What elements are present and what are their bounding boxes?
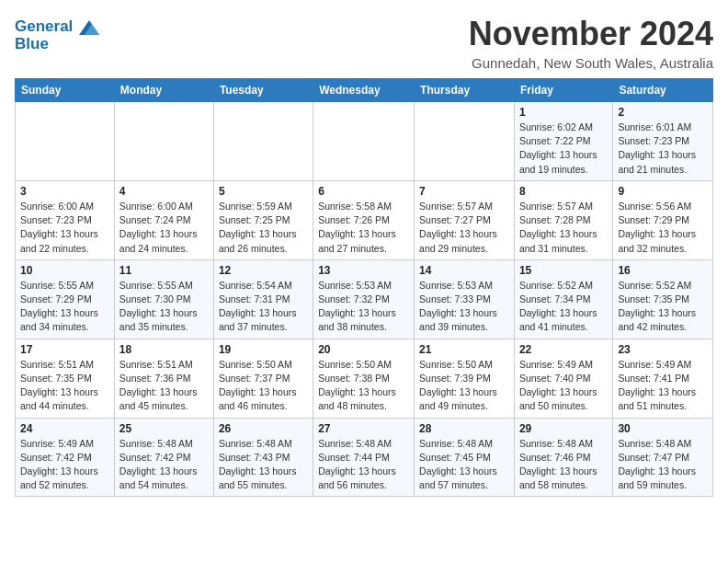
weekday-header-monday: Monday [114,79,213,102]
calendar-cell: 27Sunrise: 5:48 AM Sunset: 7:44 PM Dayli… [313,418,415,497]
day-number: 9 [618,185,708,198]
calendar-cell [16,102,115,181]
weekday-header-friday: Friday [514,79,612,102]
day-info: Sunrise: 5:48 AM Sunset: 7:42 PM Dayligh… [119,437,209,493]
calendar-cell [213,102,313,181]
calendar-cell: 19Sunrise: 5:50 AM Sunset: 7:37 PM Dayli… [213,339,313,418]
calendar-cell [415,102,515,181]
calendar-cell: 6Sunrise: 5:58 AM Sunset: 7:26 PM Daylig… [313,180,415,259]
calendar-cell: 14Sunrise: 5:53 AM Sunset: 7:33 PM Dayli… [415,259,515,339]
day-info: Sunrise: 5:55 AM Sunset: 7:29 PM Dayligh… [20,279,109,335]
day-info: Sunrise: 6:00 AM Sunset: 7:23 PM Dayligh… [20,200,109,256]
day-number: 16 [618,264,708,277]
calendar-cell: 15Sunrise: 5:52 AM Sunset: 7:34 PM Dayli… [514,259,612,339]
calendar-cell: 8Sunrise: 5:57 AM Sunset: 7:28 PM Daylig… [514,180,612,259]
day-number: 21 [419,343,509,356]
day-info: Sunrise: 5:55 AM Sunset: 7:30 PM Dayligh… [119,279,209,335]
day-number: 6 [318,185,409,198]
day-number: 4 [119,185,209,198]
calendar-cell: 9Sunrise: 5:56 AM Sunset: 7:29 PM Daylig… [613,180,713,259]
day-info: Sunrise: 5:52 AM Sunset: 7:35 PM Dayligh… [618,279,708,335]
day-number: 11 [119,264,209,277]
day-number: 13 [318,264,409,277]
calendar-cell: 20Sunrise: 5:50 AM Sunset: 7:38 PM Dayli… [313,339,415,418]
calendar-cell: 10Sunrise: 5:55 AM Sunset: 7:29 PM Dayli… [16,259,115,339]
day-info: Sunrise: 5:48 AM Sunset: 7:46 PM Dayligh… [519,437,608,493]
day-number: 18 [119,343,209,356]
location: Gunnedah, New South Wales, Australia [469,55,713,71]
calendar-cell: 28Sunrise: 5:48 AM Sunset: 7:45 PM Dayli… [415,418,515,497]
calendar-cell: 1Sunrise: 6:02 AM Sunset: 7:22 PM Daylig… [514,102,612,181]
day-number: 23 [618,343,708,356]
day-number: 12 [219,264,308,277]
weekday-header-wednesday: Wednesday [313,79,415,102]
weekday-header-row: SundayMondayTuesdayWednesdayThursdayFrid… [16,79,713,102]
day-info: Sunrise: 5:54 AM Sunset: 7:31 PM Dayligh… [219,279,308,335]
logo: General Blue [15,18,99,52]
day-info: Sunrise: 6:02 AM Sunset: 7:22 PM Dayligh… [519,121,608,177]
day-number: 30 [618,422,708,435]
day-info: Sunrise: 5:48 AM Sunset: 7:44 PM Dayligh… [318,437,409,493]
weekday-header-saturday: Saturday [613,79,713,102]
calendar-cell: 18Sunrise: 5:51 AM Sunset: 7:36 PM Dayli… [114,339,213,418]
calendar-cell: 29Sunrise: 5:48 AM Sunset: 7:46 PM Dayli… [514,418,612,497]
day-info: Sunrise: 5:51 AM Sunset: 7:35 PM Dayligh… [20,358,109,414]
day-info: Sunrise: 5:48 AM Sunset: 7:43 PM Dayligh… [219,437,308,493]
calendar-cell: 26Sunrise: 5:48 AM Sunset: 7:43 PM Dayli… [213,418,313,497]
day-info: Sunrise: 6:00 AM Sunset: 7:24 PM Dayligh… [119,200,209,256]
calendar-cell: 3Sunrise: 6:00 AM Sunset: 7:23 PM Daylig… [16,180,115,259]
calendar-cell: 25Sunrise: 5:48 AM Sunset: 7:42 PM Dayli… [114,418,213,497]
day-info: Sunrise: 5:49 AM Sunset: 7:41 PM Dayligh… [618,358,708,414]
calendar-cell: 23Sunrise: 5:49 AM Sunset: 7:41 PM Dayli… [613,339,713,418]
calendar-week-row: 10Sunrise: 5:55 AM Sunset: 7:29 PM Dayli… [16,259,713,339]
title-area: November 2024 Gunnedah, New South Wales,… [469,15,713,71]
day-number: 29 [519,422,608,435]
month-title: November 2024 [469,15,713,53]
weekday-header-tuesday: Tuesday [213,79,313,102]
day-number: 3 [20,185,109,198]
calendar-cell: 13Sunrise: 5:53 AM Sunset: 7:32 PM Dayli… [313,259,415,339]
day-number: 20 [318,343,409,356]
calendar-cell [313,102,415,181]
day-info: Sunrise: 5:48 AM Sunset: 7:47 PM Dayligh… [618,437,708,493]
calendar-cell: 24Sunrise: 5:49 AM Sunset: 7:42 PM Dayli… [16,418,115,497]
calendar-table: SundayMondayTuesdayWednesdayThursdayFrid… [15,78,713,497]
day-info: Sunrise: 5:53 AM Sunset: 7:33 PM Dayligh… [419,279,509,335]
day-info: Sunrise: 5:49 AM Sunset: 7:40 PM Dayligh… [519,358,608,414]
day-info: Sunrise: 5:50 AM Sunset: 7:39 PM Dayligh… [419,358,509,414]
weekday-header-thursday: Thursday [415,79,515,102]
day-info: Sunrise: 5:50 AM Sunset: 7:38 PM Dayligh… [318,358,409,414]
page-header: General Blue November 2024 Gunnedah, New… [15,15,713,71]
day-number: 17 [20,343,109,356]
day-number: 1 [519,106,608,119]
day-number: 2 [618,106,708,119]
day-info: Sunrise: 5:57 AM Sunset: 7:28 PM Dayligh… [519,200,608,256]
calendar-cell: 16Sunrise: 5:52 AM Sunset: 7:35 PM Dayli… [613,259,713,339]
day-number: 14 [419,264,509,277]
day-info: Sunrise: 5:57 AM Sunset: 7:27 PM Dayligh… [419,200,509,256]
calendar-cell: 2Sunrise: 6:01 AM Sunset: 7:23 PM Daylig… [613,102,713,181]
day-number: 15 [519,264,608,277]
day-info: Sunrise: 5:50 AM Sunset: 7:37 PM Dayligh… [219,358,308,414]
day-number: 26 [219,422,308,435]
logo-icon [79,20,99,35]
day-info: Sunrise: 5:59 AM Sunset: 7:25 PM Dayligh… [219,200,308,256]
calendar-cell: 12Sunrise: 5:54 AM Sunset: 7:31 PM Dayli… [213,259,313,339]
calendar-cell: 4Sunrise: 6:00 AM Sunset: 7:24 PM Daylig… [114,180,213,259]
calendar-cell: 22Sunrise: 5:49 AM Sunset: 7:40 PM Dayli… [514,339,612,418]
day-number: 19 [219,343,308,356]
day-info: Sunrise: 5:58 AM Sunset: 7:26 PM Dayligh… [318,200,409,256]
day-info: Sunrise: 6:01 AM Sunset: 7:23 PM Dayligh… [618,121,708,177]
day-number: 27 [318,422,409,435]
day-number: 24 [20,422,109,435]
day-number: 10 [20,264,109,277]
calendar-cell: 5Sunrise: 5:59 AM Sunset: 7:25 PM Daylig… [213,180,313,259]
calendar-cell: 30Sunrise: 5:48 AM Sunset: 7:47 PM Dayli… [613,418,713,497]
day-number: 28 [419,422,509,435]
calendar-week-row: 3Sunrise: 6:00 AM Sunset: 7:23 PM Daylig… [16,180,713,259]
calendar-cell: 17Sunrise: 5:51 AM Sunset: 7:35 PM Dayli… [16,339,115,418]
calendar-cell: 7Sunrise: 5:57 AM Sunset: 7:27 PM Daylig… [415,180,515,259]
calendar-week-row: 1Sunrise: 6:02 AM Sunset: 7:22 PM Daylig… [16,102,713,181]
weekday-header-sunday: Sunday [16,79,115,102]
day-info: Sunrise: 5:48 AM Sunset: 7:45 PM Dayligh… [419,437,509,493]
